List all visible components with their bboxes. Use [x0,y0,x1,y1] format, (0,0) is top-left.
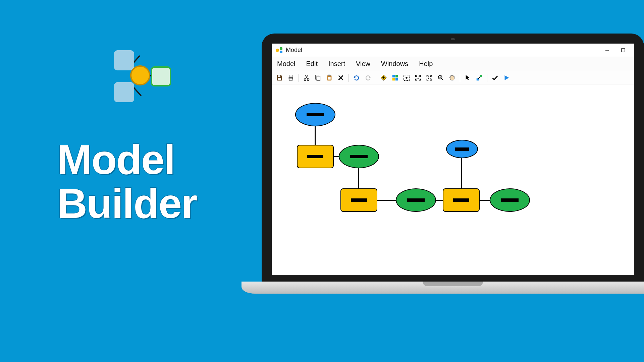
node-rect-yellow[interactable] [340,188,377,212]
edge[interactable] [377,200,397,201]
svg-rect-3 [278,78,281,80]
connect-tool-button[interactable] [474,73,484,83]
titlebar: Model [272,44,634,57]
svg-rect-6 [289,78,292,80]
edge[interactable] [461,158,462,188]
svg-rect-42 [477,78,479,80]
hero-title-line1: Model [57,137,197,181]
app-icon [276,47,283,54]
node-label-placeholder [501,198,519,202]
paste-button[interactable] [324,73,334,83]
svg-line-34 [430,76,431,77]
svg-line-38 [441,78,443,80]
svg-rect-2 [278,75,280,77]
svg-line-35 [428,78,429,79]
svg-line-33 [428,76,429,77]
svg-line-32 [419,78,420,79]
hero-title-line2: Builder [57,181,197,225]
model-builder-logo-icon [114,50,188,117]
node-rect-yellow[interactable] [443,188,480,212]
svg-line-30 [419,76,420,77]
svg-line-31 [416,78,417,79]
node-label-placeholder [407,198,425,202]
svg-line-36 [430,78,431,79]
svg-rect-1 [622,49,625,52]
svg-marker-45 [505,75,509,80]
node-label-placeholder [307,155,323,158]
node-label-placeholder [455,147,469,151]
minimize-button[interactable] [599,45,615,56]
auto-layout-button[interactable] [390,73,400,83]
edge[interactable] [358,168,359,188]
node-ellipse-green[interactable] [490,188,530,212]
hero: Model Builder [57,50,197,226]
laptop-base [241,282,644,294]
zoom-full-button[interactable] [424,73,434,83]
application-window: Model Model Edit Insert View Windows Hel… [272,44,634,275]
undo-button[interactable] [352,73,362,83]
menu-insert[interactable]: Insert [328,60,345,68]
run-button[interactable] [501,73,512,83]
svg-rect-12 [317,76,320,80]
print-button[interactable] [286,73,296,83]
hero-title: Model Builder [57,137,197,226]
svg-rect-14 [328,74,330,76]
zoom-in-button[interactable] [436,73,446,83]
svg-rect-5 [289,75,292,77]
delete-button[interactable] [336,73,346,83]
full-extent-button[interactable] [401,73,412,83]
svg-rect-23 [392,75,395,77]
node-ellipse-green[interactable] [339,145,379,168]
node-ellipse-green[interactable] [396,188,436,212]
redo-button[interactable] [363,73,373,83]
model-canvas[interactable] [272,84,634,275]
menu-help[interactable]: Help [419,60,433,68]
svg-rect-43 [480,75,482,77]
node-ellipse-blue[interactable] [295,103,335,126]
node-label-placeholder [351,198,367,202]
pan-button[interactable] [447,73,457,83]
svg-rect-25 [392,78,395,80]
svg-line-44 [478,77,480,79]
node-label-placeholder [453,198,469,202]
svg-rect-26 [395,78,398,80]
window-title: Model [286,47,302,54]
laptop-mockup: Model Model Edit Insert View Windows Hel… [262,34,644,294]
cut-button[interactable] [302,73,312,83]
copy-button[interactable] [313,73,323,83]
svg-point-28 [406,77,408,79]
node-rect-yellow[interactable] [297,145,334,168]
svg-line-29 [416,76,417,77]
svg-rect-15 [328,77,330,79]
menu-edit[interactable]: Edit [306,60,317,68]
node-ellipse-blue[interactable] [446,140,478,158]
add-data-button[interactable] [379,73,389,83]
menu-view[interactable]: View [356,60,370,68]
node-label-placeholder [350,155,368,158]
svg-marker-19 [369,76,371,78]
edge[interactable] [315,126,316,145]
select-tool-button[interactable] [463,73,473,83]
edge[interactable] [480,200,490,201]
menu-model[interactable]: Model [277,60,295,68]
edge[interactable] [436,200,443,201]
node-label-placeholder [307,113,324,116]
validate-button[interactable] [490,73,500,83]
menu-windows[interactable]: Windows [381,60,408,68]
maximize-button[interactable] [615,45,631,56]
menubar: Model Edit Insert View Windows Help [272,57,634,71]
zoom-to-selection-button[interactable] [413,73,423,83]
toolbar [272,71,634,84]
svg-marker-41 [466,75,470,80]
svg-rect-24 [395,75,398,77]
camera-icon [451,38,455,40]
save-button[interactable] [274,73,284,83]
svg-marker-18 [354,76,356,78]
